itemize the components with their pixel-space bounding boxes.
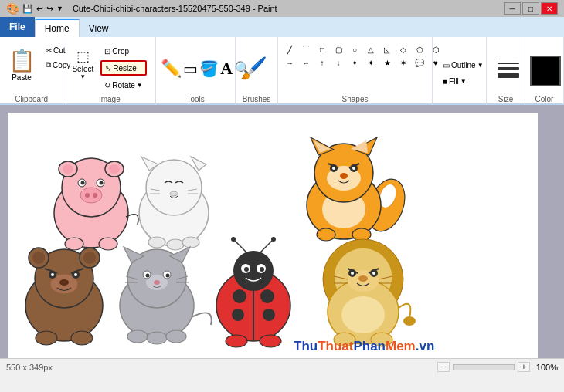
canvas-area: ThuThuatPhanMem.vn xyxy=(0,105,564,358)
shape-righttri[interactable]: ◺ xyxy=(380,43,394,56)
close-button[interactable]: ✕ xyxy=(541,2,558,15)
clipboard-group: 📋 Paste ✂ Cut ⧉ Copy Clipboard xyxy=(0,37,63,105)
brushes-label: Brushes xyxy=(240,93,273,103)
text-icon: A xyxy=(220,59,233,79)
rotate-button[interactable]: ↻ Rotate ▼ xyxy=(100,77,146,93)
cut-icon: ✂ xyxy=(46,46,52,55)
svg-point-78 xyxy=(154,280,160,285)
quick-access-undo[interactable]: ↩ xyxy=(36,4,43,14)
size-selector[interactable] xyxy=(491,46,525,91)
outline-icon: ▭ xyxy=(443,61,450,69)
svg-point-9 xyxy=(80,188,102,203)
title-text: Cute-Chibi-chibi-characters-15520475-550… xyxy=(73,4,277,13)
svg-point-109 xyxy=(372,272,375,275)
svg-point-53 xyxy=(32,252,45,264)
rotate-icon: ↻ xyxy=(104,81,110,90)
maximize-button[interactable]: □ xyxy=(522,2,539,15)
tab-file[interactable]: File xyxy=(0,17,35,37)
status-text: 550 x 349px xyxy=(6,363,53,372)
svg-point-14 xyxy=(81,181,85,185)
fill-icon: 🪣 xyxy=(199,59,219,78)
svg-point-26 xyxy=(170,191,178,196)
svg-point-61 xyxy=(74,273,77,276)
paste-label: Paste xyxy=(12,73,32,82)
outline-button[interactable]: ▭ Outline ▼ xyxy=(437,59,489,72)
shape-roundrect[interactable]: ▢ xyxy=(331,43,345,56)
svg-point-91 xyxy=(263,309,275,321)
paste-button[interactable]: 📋 Paste xyxy=(5,43,39,88)
zoom-out-button[interactable]: − xyxy=(437,362,450,372)
brushes-icon: 🖌️ xyxy=(240,56,267,81)
svg-point-63 xyxy=(36,331,57,345)
shape-arrow-l[interactable]: ← xyxy=(299,56,313,69)
svg-point-28 xyxy=(167,239,184,250)
crop-button[interactable]: ⊡ Crop xyxy=(100,43,146,59)
svg-point-83 xyxy=(231,237,236,242)
svg-point-59 xyxy=(51,273,54,276)
shape-callout[interactable]: 💬 xyxy=(413,56,426,69)
shape-pentagon[interactable]: ⬠ xyxy=(413,43,426,56)
shape-arrow-r[interactable]: → xyxy=(283,56,297,69)
quick-access-save[interactable]: 💾 xyxy=(22,4,33,14)
quick-access-redo[interactable]: ↪ xyxy=(46,4,53,14)
shape-arrow-u[interactable]: ↑ xyxy=(315,56,329,69)
shape-ellipse[interactable]: ○ xyxy=(348,43,362,56)
svg-point-62 xyxy=(59,279,69,286)
status-bar: 550 x 349px − + 100% xyxy=(0,358,564,375)
pencil-button[interactable]: ✏️ xyxy=(161,59,182,79)
svg-point-96 xyxy=(260,267,264,272)
svg-point-16 xyxy=(65,238,83,250)
minimize-button[interactable]: ─ xyxy=(504,2,521,15)
shape-star4[interactable]: ✦ xyxy=(364,56,378,69)
svg-point-107 xyxy=(351,272,354,275)
shape-4arrow[interactable]: ✦ xyxy=(348,56,362,69)
size-line-3 xyxy=(498,67,519,70)
tab-home[interactable]: Home xyxy=(35,19,80,37)
shape-diamond[interactable]: ◇ xyxy=(396,43,410,56)
color-swatch[interactable] xyxy=(530,56,561,86)
resize-button[interactable]: ⤡ Resize xyxy=(100,60,146,76)
shape-arrow-d[interactable]: ↓ xyxy=(331,56,345,69)
color-selector[interactable] xyxy=(530,51,561,86)
shape-star5[interactable]: ★ xyxy=(380,56,394,69)
fill-button[interactable]: 🪣 xyxy=(199,59,219,78)
text-tool-button[interactable]: A xyxy=(220,59,233,79)
shapes-group: ╱ ⌒ □ ▢ ○ △ ◺ ◇ ⬠ ⬡ → ← ↑ ↓ ✦ ✦ xyxy=(278,37,433,105)
brushes-group: 🖌️ Brushes xyxy=(236,37,278,105)
fill-dropdown-icon: ▼ xyxy=(460,78,467,85)
fill-tool-button[interactable]: ■ Fill ▼ xyxy=(437,75,472,88)
eraser-button[interactable]: ▭ xyxy=(183,59,198,78)
quick-access-dropdown[interactable]: ▼ xyxy=(56,5,63,12)
shape-rect[interactable]: □ xyxy=(315,43,329,56)
size-line-1 xyxy=(498,59,519,59)
paste-icon: 📋 xyxy=(8,50,36,72)
shape-star6[interactable]: ✶ xyxy=(396,56,410,69)
shape-curve[interactable]: ⌒ xyxy=(299,43,313,56)
svg-point-77 xyxy=(166,274,170,278)
zoom-in-button[interactable]: + xyxy=(518,362,530,372)
svg-point-19 xyxy=(146,160,202,215)
color-label: Color xyxy=(530,93,559,103)
svg-point-102 xyxy=(341,296,385,333)
shapes-label: Shapes xyxy=(283,93,427,103)
shape-triangle[interactable]: △ xyxy=(364,43,378,56)
brushes-button[interactable]: 🖌️ xyxy=(240,56,267,81)
outline-fill-label xyxy=(437,102,481,103)
svg-point-79 xyxy=(127,330,148,343)
tab-view[interactable]: View xyxy=(80,20,118,37)
select-button[interactable]: ⬚ Select ▼ xyxy=(68,43,97,85)
shape-line[interactable]: ╱ xyxy=(283,43,297,56)
title-bar: 🎨 💾 ↩ ↪ ▼ Cute-Chibi-chibi-characters-15… xyxy=(0,0,564,17)
rotate-dropdown-icon: ▼ xyxy=(137,82,143,89)
resize-icon: ⤡ xyxy=(105,64,111,73)
fill-icon2: ■ xyxy=(443,77,447,86)
size-group: Size xyxy=(487,37,525,105)
svg-point-45 xyxy=(352,167,355,170)
tools-label: Tools xyxy=(161,93,230,103)
eraser-icon: ▭ xyxy=(183,59,198,78)
app-icon: 🎨 xyxy=(6,2,19,15)
svg-point-98 xyxy=(260,335,281,347)
svg-point-10 xyxy=(85,193,90,198)
zoom-slider[interactable] xyxy=(453,364,515,370)
paint-canvas[interactable]: ThuThuatPhanMem.vn xyxy=(8,113,538,358)
